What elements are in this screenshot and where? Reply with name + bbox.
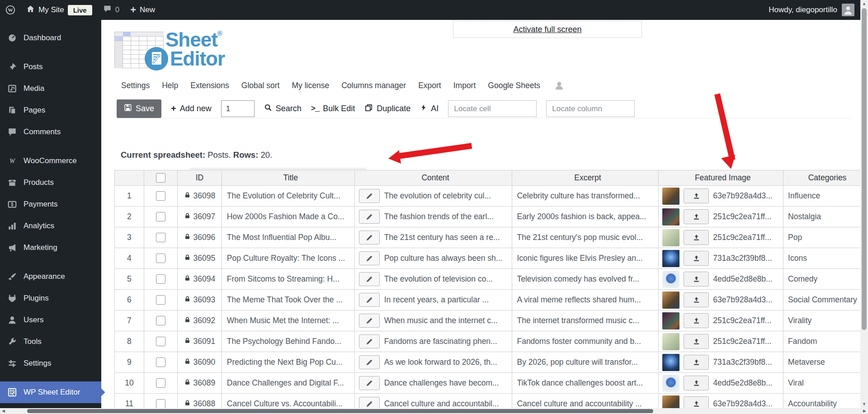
row-number[interactable]: 6 [115, 290, 144, 310]
featured-image-thumbnail[interactable] [662, 375, 679, 392]
cell-title[interactable]: Cancel Culture vs. Accountabili... [222, 394, 355, 408]
edit-content-button[interactable] [359, 210, 380, 224]
scroll-left-icon[interactable]: ◀ [2, 409, 5, 413]
scroll-down-icon[interactable]: ▼ [862, 402, 866, 406]
menu-item-my-license[interactable]: My license [292, 81, 329, 90]
menu-item-help[interactable]: Help [162, 81, 178, 90]
cell-featured-image[interactable]: 4edd5e2d8e8b... [659, 373, 783, 394]
cell-featured-image[interactable]: 251c9c2ea71ff... [659, 331, 783, 352]
row-checkbox[interactable] [156, 399, 165, 408]
column-header-featured-image[interactable]: Featured Image [659, 170, 783, 186]
row-number[interactable]: 2 [115, 207, 144, 227]
edit-content-button[interactable] [359, 314, 380, 328]
my-site-link[interactable]: My Site Live [21, 0, 98, 20]
sidebar-item-wp-sheet-editor[interactable]: WP Sheet Editor [0, 381, 101, 403]
sidebar-item-payments[interactable]: $Payments [0, 193, 101, 215]
featured-image-thumbnail[interactable] [662, 395, 679, 409]
sidebar-item-woocommerce[interactable]: WWooCommerce [0, 150, 101, 172]
featured-image-thumbnail[interactable] [662, 333, 679, 350]
edit-content-button[interactable] [359, 397, 380, 408]
row-number[interactable]: 1 [115, 186, 144, 207]
cell-categories[interactable]: Social Commentary [783, 290, 860, 310]
menu-item-extensions[interactable]: Extensions [190, 81, 229, 90]
cell-categories[interactable]: Metaverse [783, 352, 860, 373]
cell-excerpt[interactable]: The internet transformed music c... [512, 310, 659, 331]
edit-content-button[interactable] [359, 376, 380, 390]
cell-id[interactable]: 36092 [178, 310, 222, 331]
cell-content[interactable]: The evolution of celebrity cul... [355, 186, 513, 207]
upload-image-button[interactable] [684, 376, 709, 390]
cell-title[interactable]: The Psychology Behind Fando... [222, 331, 355, 352]
duplicate-button[interactable]: Duplicate [364, 104, 410, 114]
menu-item-global-sort[interactable]: Global sort [241, 81, 280, 90]
row-checkbox[interactable] [156, 274, 165, 284]
cell-title[interactable]: How 2000s Fashion Made a Co... [222, 207, 355, 227]
cell-content[interactable]: Fandoms are fascinating phen... [355, 331, 513, 352]
cell-categories[interactable]: Influence [783, 186, 860, 207]
select-all-checkbox[interactable] [156, 173, 165, 183]
upload-image-button[interactable] [684, 272, 709, 287]
upload-image-button[interactable] [684, 188, 709, 203]
cell-content[interactable]: The 21st century has seen a re... [355, 227, 513, 248]
cell-excerpt[interactable]: Celebrity culture has transformed... [512, 186, 659, 207]
sidebar-item-marketing[interactable]: Marketing [0, 237, 101, 259]
search-button[interactable]: Search [264, 104, 302, 114]
cell-title[interactable]: The Most Influential Pop Albu... [222, 227, 355, 248]
sidebar-item-comments[interactable]: Comments [0, 121, 101, 143]
sidebar-item-dashboard[interactable]: Dashboard [0, 27, 101, 49]
featured-image-thumbnail[interactable] [662, 188, 679, 205]
sidebar-item-plugins[interactable]: Plugins [0, 287, 101, 309]
scroll-right-icon[interactable]: ▶ [863, 409, 866, 413]
sidebar-item-media[interactable]: Media [0, 78, 101, 99]
cell-featured-image[interactable]: 63e7b928a4d3... [659, 394, 783, 408]
ai-button[interactable]: AI [420, 104, 439, 114]
cell-excerpt[interactable]: By 2026, pop culture will transfor... [512, 352, 659, 373]
cell-categories[interactable]: Virality [783, 310, 860, 331]
menu-item-google-sheets[interactable]: Google Sheets [488, 81, 540, 90]
row-checkbox[interactable] [156, 316, 165, 325]
wordpress-logo-icon[interactable]: W [0, 0, 21, 20]
cell-content[interactable]: Cancel culture and accountabil... [355, 394, 513, 408]
cell-featured-image[interactable]: 731a3c2f39bf8... [659, 352, 783, 373]
featured-image-thumbnail[interactable] [662, 250, 679, 267]
column-header-categories[interactable]: Categories [783, 170, 860, 186]
cell-title[interactable]: Dance Challenges and Digital F... [222, 373, 355, 394]
featured-image-thumbnail[interactable] [662, 229, 679, 246]
vertical-scrollbar-thumb[interactable] [862, 8, 867, 330]
row-checkbox[interactable] [156, 378, 165, 388]
cell-title[interactable]: When Music Met the Internet: ... [222, 310, 355, 331]
edit-content-button[interactable] [359, 251, 380, 265]
header-select-all[interactable] [144, 170, 178, 186]
cell-title[interactable]: Predicting the Next Big Pop Cu... [222, 352, 355, 373]
locate-cell-input[interactable] [448, 100, 537, 117]
vertical-scrollbar[interactable]: ▲ ▼ [860, 0, 868, 408]
row-number[interactable]: 9 [115, 352, 144, 373]
cell-content[interactable]: Pop culture has always been sh... [355, 248, 513, 269]
cell-featured-image[interactable]: 251c9c2ea71ff... [659, 310, 783, 331]
cell-id[interactable]: 36097 [178, 207, 222, 227]
cell-featured-image[interactable]: 251c9c2ea71ff... [659, 227, 783, 248]
featured-image-thumbnail[interactable] [662, 292, 679, 309]
row-checkbox[interactable] [156, 212, 165, 221]
row-checkbox[interactable] [156, 254, 165, 263]
cell-categories[interactable]: Comedy [783, 269, 860, 290]
cell-categories[interactable]: Viral [783, 373, 860, 394]
header-corner[interactable] [115, 170, 144, 186]
cell-content[interactable]: The fashion trends of the earl... [355, 207, 513, 227]
edit-content-button[interactable] [359, 334, 380, 348]
upload-image-button[interactable] [684, 251, 709, 266]
row-number[interactable]: 7 [115, 310, 144, 331]
locate-column-input[interactable] [546, 100, 635, 117]
cell-content[interactable]: When music and the internet c... [355, 310, 513, 331]
cell-id[interactable]: 36098 [178, 186, 222, 207]
cell-id[interactable]: 36090 [178, 352, 222, 373]
cell-featured-image[interactable]: 63e7b928a4d3... [659, 290, 783, 310]
row-number[interactable]: 5 [115, 269, 144, 290]
cell-featured-image[interactable]: 63e7b928a4d3... [659, 186, 783, 207]
cell-categories[interactable]: Fandom [783, 331, 860, 352]
cell-id[interactable]: 36093 [178, 290, 222, 310]
save-button[interactable]: Save [117, 99, 161, 118]
sidebar-item-pages[interactable]: Pages [0, 99, 101, 121]
cell-excerpt[interactable]: Iconic figures like Elvis Presley an... [512, 248, 659, 269]
cell-featured-image[interactable]: 731a3c2f39bf8... [659, 248, 783, 269]
